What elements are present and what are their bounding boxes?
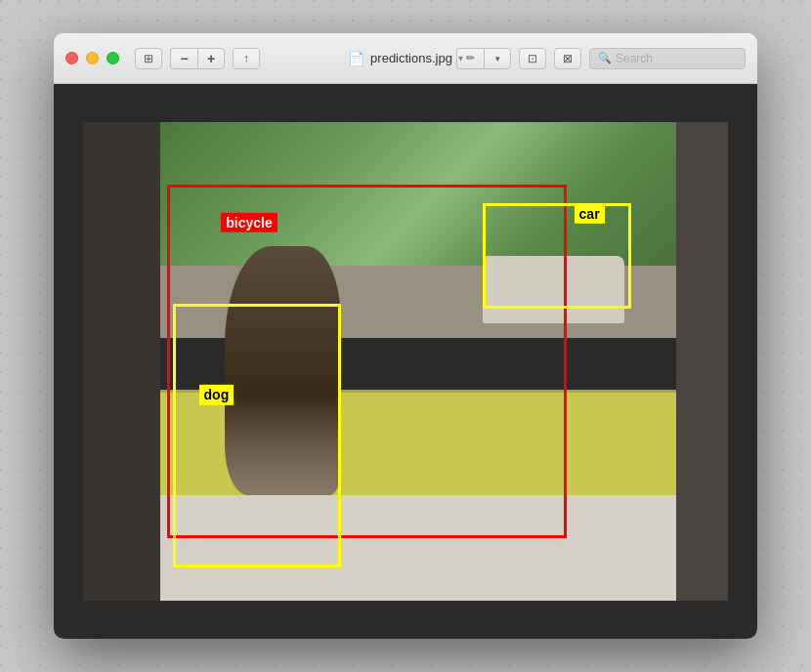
zoom-controls: − +	[170, 48, 225, 69]
zoom-out-button[interactable]: −	[170, 48, 197, 69]
zoom-in-icon: +	[207, 51, 215, 66]
toolbar-left: ⊞ − + ↑	[135, 48, 260, 69]
chevron-down-icon: ▾	[495, 54, 500, 63]
porch-floor	[160, 495, 676, 601]
document-icon: 📄	[348, 51, 364, 66]
right-column	[676, 122, 728, 601]
photo-background: bicycle dog car	[83, 122, 728, 601]
tools-icon: ⊠	[563, 52, 573, 65]
share-icon: ↑	[243, 52, 249, 65]
sidebar-icon: ⊞	[144, 52, 153, 65]
maximize-button[interactable]	[107, 52, 119, 64]
application-window: ⊞ − + ↑ 📄 predictions.jpg ▾ ✏	[54, 33, 757, 639]
annotation-tools: ✏ ▾	[456, 48, 511, 69]
search-box[interactable]: 🔍 Search	[589, 48, 746, 69]
search-placeholder: Search	[616, 52, 653, 65]
image-wrapper: bicycle dog car	[83, 122, 728, 601]
search-icon: 🔍	[598, 52, 612, 64]
window-title: predictions.jpg	[370, 51, 452, 65]
pen-chevron-button[interactable]: ▾	[484, 48, 511, 69]
toolbar-right: ✏ ▾ ⊡ ⊠ 🔍 Search	[456, 48, 746, 69]
left-column	[83, 122, 160, 601]
car-object	[483, 256, 624, 323]
share-button[interactable]: ↑	[233, 48, 260, 69]
zoom-out-icon: −	[180, 51, 188, 66]
minimize-button[interactable]	[86, 52, 99, 64]
sidebar-toggle-button[interactable]: ⊞	[135, 48, 162, 69]
image-container: bicycle dog car	[54, 84, 757, 639]
title-area: 📄 predictions.jpg ▾	[348, 51, 463, 66]
zoom-in-button[interactable]: +	[197, 48, 225, 69]
dog-object	[225, 246, 341, 495]
close-button[interactable]	[65, 52, 78, 64]
copy-button[interactable]: ⊡	[519, 48, 546, 69]
tools-button[interactable]: ⊠	[554, 48, 581, 69]
traffic-lights	[65, 52, 119, 64]
copy-icon: ⊡	[528, 52, 537, 65]
pen-icon: ✏	[466, 52, 475, 64]
title-chevron-icon: ▾	[458, 53, 463, 63]
titlebar: ⊞ − + ↑ 📄 predictions.jpg ▾ ✏	[54, 33, 757, 84]
